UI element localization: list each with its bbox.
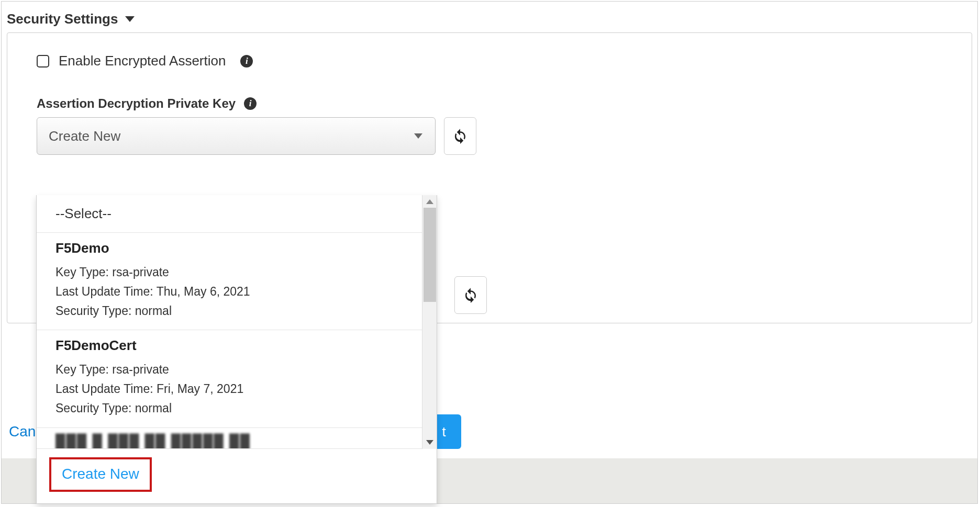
triangle-down-icon [426, 440, 433, 445]
refresh-icon [452, 128, 468, 144]
dropdown-scroll-area: --Select-- F5Demo Key Type: rsa-private … [37, 195, 437, 449]
dropdown-option-meta: Key Type: rsa-private Last Update Time: … [55, 360, 418, 418]
dropdown-placeholder-option[interactable]: --Select-- [37, 195, 437, 233]
dropdown-footer: Create New [37, 449, 437, 503]
assertion-key-dropdown: --Select-- F5Demo Key Type: rsa-private … [36, 195, 437, 504]
section-title: Security Settings [7, 11, 118, 27]
caret-down-icon [125, 16, 135, 22]
enable-encrypted-assertion-label: Enable Encrypted Assertion [59, 53, 226, 69]
assertion-key-label-row: Assertion Decryption Private Key i [37, 96, 942, 111]
scrollbar-thumb[interactable] [424, 208, 436, 302]
assertion-key-select[interactable]: Create New [37, 117, 436, 155]
assertion-key-select-row: Create New [37, 117, 942, 155]
enable-encrypted-assertion-checkbox[interactable] [37, 55, 49, 67]
refresh-icon [463, 287, 478, 303]
refresh-button[interactable] [444, 117, 476, 155]
enable-encrypted-assertion-row: Enable Encrypted Assertion i [37, 53, 942, 69]
page-container: Security Settings Enable Encrypted Asser… [1, 1, 978, 504]
section-header[interactable]: Security Settings [2, 2, 977, 32]
dropdown-option-f5demo[interactable]: F5Demo Key Type: rsa-private Last Update… [37, 233, 437, 330]
scroll-down-button[interactable] [422, 436, 437, 449]
info-icon[interactable]: i [244, 97, 257, 110]
scroll-up-button[interactable] [422, 195, 437, 208]
assertion-key-label: Assertion Decryption Private Key [37, 96, 236, 111]
next-button-fragment: t [442, 424, 446, 440]
dropdown-option-title: F5DemoCert [55, 337, 418, 354]
info-icon[interactable]: i [240, 55, 253, 67]
chevron-down-icon [414, 133, 422, 139]
dropdown-option-title: F5Demo [55, 240, 418, 256]
refresh-button-secondary[interactable] [454, 276, 487, 314]
cancel-link[interactable]: Can [9, 423, 36, 440]
dropdown-option-meta: Key Type: rsa-private Last Update Time: … [55, 263, 418, 320]
create-new-button[interactable]: Create New [49, 457, 152, 492]
select-value: Create New [49, 128, 120, 144]
dropdown-option-f5democert[interactable]: F5DemoCert Key Type: rsa-private Last Up… [37, 330, 437, 427]
scrollbar-track[interactable] [422, 195, 437, 449]
triangle-up-icon [426, 199, 433, 204]
dropdown-option-truncated[interactable]: ███ █ ███ ██ █████ ██ [37, 428, 437, 449]
